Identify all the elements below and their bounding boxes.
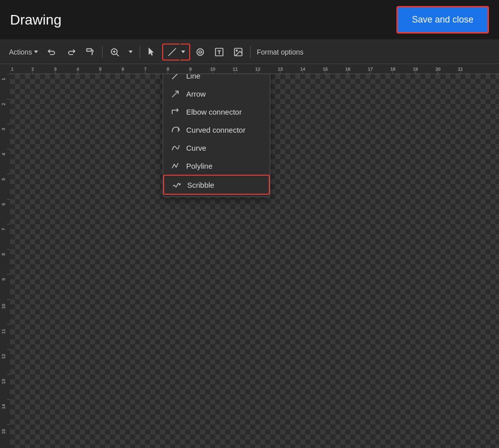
svg-point-5 <box>197 49 203 55</box>
line-chevron-icon <box>181 51 185 53</box>
svg-text:20: 20 <box>435 67 440 72</box>
undo-icon <box>47 47 57 57</box>
dropdown-item-line[interactable]: Line <box>163 74 270 85</box>
paint-format-icon <box>85 47 95 57</box>
vertical-ruler: 1 2 3 4 5 6 7 8 9 <box>0 74 10 448</box>
image-icon <box>233 47 243 57</box>
dropdown-item-label-curve: Curve <box>186 144 206 152</box>
svg-text:9: 9 <box>1 278 6 280</box>
svg-line-1 <box>117 54 119 56</box>
svg-text:5: 5 <box>99 67 102 72</box>
svg-text:1: 1 <box>11 67 14 72</box>
toolbar-sep-2 <box>140 46 140 58</box>
paint-format-button[interactable] <box>81 44 99 61</box>
curved-connector-icon <box>171 125 180 134</box>
svg-text:18: 18 <box>390 67 395 72</box>
line-icon <box>171 74 180 80</box>
line-tool-button[interactable] <box>162 44 179 61</box>
format-options-label[interactable]: Format options <box>254 48 306 56</box>
horizontal-ruler: 1 2 3 4 5 6 7 8 9 <box>10 64 499 74</box>
svg-text:6: 6 <box>1 203 6 205</box>
dropdown-item-curve[interactable]: Curve <box>163 139 270 157</box>
svg-line-85 <box>172 74 179 79</box>
svg-rect-11 <box>10 64 499 74</box>
actions-chevron-icon <box>34 51 38 53</box>
arrow-icon <box>171 89 180 98</box>
ruler-corner <box>0 64 10 74</box>
svg-text:21: 21 <box>458 67 463 72</box>
svg-text:12: 12 <box>1 354 6 359</box>
svg-text:2: 2 <box>1 103 6 105</box>
dropdown-item-label-arrow: Arrow <box>186 90 206 98</box>
text-tool-button[interactable] <box>210 44 228 61</box>
image-tool-button[interactable] <box>229 44 247 61</box>
save-close-button[interactable]: Save and close <box>396 6 489 34</box>
svg-text:2: 2 <box>32 67 34 72</box>
svg-text:7: 7 <box>144 67 147 72</box>
actions-button[interactable]: Actions <box>5 44 42 61</box>
line-tool-icon <box>167 47 177 57</box>
svg-text:16: 16 <box>345 67 350 72</box>
svg-text:8: 8 <box>1 253 6 255</box>
toolbar-sep-3 <box>250 46 251 58</box>
svg-text:8: 8 <box>167 67 169 72</box>
app-title: Drawing <box>10 12 62 28</box>
svg-text:15: 15 <box>323 67 328 72</box>
pointer-icon <box>147 47 157 57</box>
svg-text:10: 10 <box>1 304 6 309</box>
svg-text:4: 4 <box>77 67 79 72</box>
svg-text:11: 11 <box>233 67 238 72</box>
svg-text:1: 1 <box>1 78 6 80</box>
redo-button[interactable] <box>62 44 80 61</box>
svg-text:13: 13 <box>278 67 283 72</box>
redo-icon <box>66 47 76 57</box>
undo-button[interactable] <box>43 44 61 61</box>
elbow-icon <box>171 107 180 116</box>
curve-icon <box>171 143 180 152</box>
text-icon <box>214 47 224 57</box>
svg-text:5: 5 <box>1 178 6 180</box>
zoom-button[interactable] <box>106 44 124 61</box>
drawing-canvas[interactable]: Line Arrow <box>10 74 499 448</box>
dropdown-item-label-line: Line <box>186 74 200 80</box>
svg-text:10: 10 <box>210 67 215 72</box>
svg-text:9: 9 <box>189 67 192 72</box>
toolbar-sep-1 <box>102 46 103 58</box>
svg-text:3: 3 <box>54 67 57 72</box>
dropdown-item-elbow[interactable]: Elbow connector <box>163 103 270 121</box>
line-dropdown-button[interactable] <box>180 44 190 61</box>
dropdown-item-curved-connector[interactable]: Curved connector <box>163 121 270 139</box>
dropdown-item-polyline[interactable]: Polyline <box>163 157 270 175</box>
svg-text:15: 15 <box>1 429 6 434</box>
zoom-icon <box>110 47 120 57</box>
ruler-area: 1 2 3 4 5 6 7 8 9 <box>0 64 499 74</box>
select-button[interactable] <box>143 44 161 61</box>
line-dropdown-menu: Line Arrow <box>163 74 270 197</box>
canvas-row: 1 2 3 4 5 6 7 8 9 <box>0 74 499 448</box>
scribble-icon <box>172 180 181 189</box>
svg-text:13: 13 <box>1 379 6 384</box>
svg-text:17: 17 <box>368 67 373 72</box>
ruler-h-svg: 1 2 3 4 5 6 7 8 9 <box>10 64 499 74</box>
shape-icon <box>195 47 205 57</box>
ruler-v-svg: 1 2 3 4 5 6 7 8 9 <box>0 74 10 448</box>
dropdown-item-scribble[interactable]: Scribble <box>163 175 270 195</box>
toolbar: Actions <box>0 40 499 64</box>
svg-text:19: 19 <box>413 67 418 72</box>
svg-line-4 <box>168 48 176 56</box>
zoom-dropdown-button[interactable] <box>125 44 137 61</box>
actions-label: Actions <box>9 48 32 56</box>
shape-tool-button[interactable] <box>191 44 209 61</box>
svg-text:12: 12 <box>255 67 260 72</box>
dropdown-item-label-polyline: Polyline <box>186 162 213 170</box>
header: Drawing Save and close <box>0 0 499 40</box>
svg-text:11: 11 <box>1 329 6 334</box>
svg-text:14: 14 <box>1 404 6 409</box>
svg-text:3: 3 <box>1 128 6 130</box>
main-content: 1 2 3 4 5 6 7 8 9 <box>0 64 499 448</box>
dropdown-item-label-scribble: Scribble <box>187 181 214 189</box>
dropdown-item-label-curved-connector: Curved connector <box>186 126 245 134</box>
dropdown-item-label-elbow: Elbow connector <box>186 108 242 116</box>
dropdown-item-arrow[interactable]: Arrow <box>163 85 270 103</box>
svg-text:14: 14 <box>300 67 305 72</box>
